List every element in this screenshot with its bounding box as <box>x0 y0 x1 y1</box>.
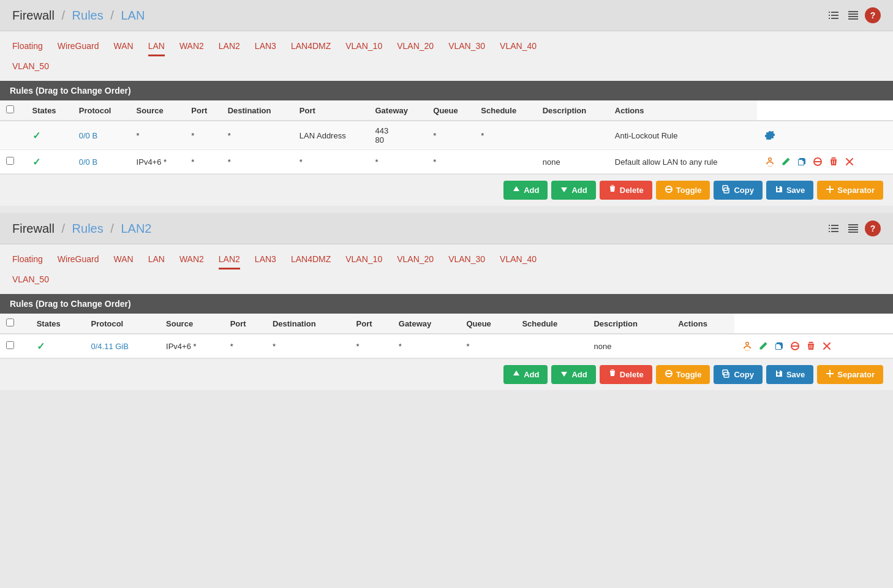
select-all-checkbox[interactable] <box>6 318 14 326</box>
anchor-action-icon[interactable] <box>763 155 777 168</box>
toggle-btn-label: Toggle <box>676 186 702 195</box>
breadcrumb-text: Firewall <box>12 222 55 235</box>
copy-action-icon[interactable] <box>772 339 786 353</box>
tab-vlan_50[interactable]: VLAN_50 <box>12 61 49 77</box>
list-view-icon[interactable] <box>826 7 842 23</box>
select-all-checkbox[interactable] <box>6 105 14 113</box>
rules-table-container: Rules (Drag to Change Order)StatesProtoc… <box>0 294 893 390</box>
tab-wireguard[interactable]: WireGuard <box>58 41 99 56</box>
tab-vlan-40[interactable]: VLAN_40 <box>500 41 537 56</box>
col-header-7: Gateway <box>369 100 428 121</box>
row-enabled-cell: ✓ <box>31 334 85 358</box>
col-header-1: States <box>26 100 73 121</box>
btn-add-down[interactable]: Add <box>551 181 595 200</box>
tab-vlan-20[interactable]: VLAN_20 <box>397 41 434 56</box>
row-checkbox-cell <box>0 334 31 358</box>
tab-vlan-30[interactable]: VLAN_30 <box>448 254 485 270</box>
pencil-action-icon[interactable] <box>756 339 770 353</box>
tab-wireguard[interactable]: WireGuard <box>58 254 99 270</box>
table-view-icon[interactable] <box>845 221 861 236</box>
tab-vlan_50[interactable]: VLAN_50 <box>12 274 49 290</box>
copy-btn-icon <box>722 369 731 380</box>
btn-save[interactable]: Save <box>766 181 813 200</box>
row-queue-cell <box>475 150 536 174</box>
tab-lan2[interactable]: LAN2 <box>219 41 240 56</box>
tab-lan4dmz[interactable]: LAN4DMZ <box>291 41 331 56</box>
tab-lan3[interactable]: LAN3 <box>255 41 276 56</box>
states-link[interactable]: 0/0 B <box>79 157 97 167</box>
block-action-icon[interactable] <box>788 339 802 353</box>
tab-wan[interactable]: WAN <box>114 254 134 270</box>
col-header-9: Schedule <box>475 100 536 121</box>
btn-toggle[interactable]: Toggle <box>656 365 710 384</box>
enabled-check: ✓ <box>32 157 40 167</box>
btn-copy[interactable]: Copy <box>714 181 763 200</box>
tab-vlan-10[interactable]: VLAN_10 <box>345 41 382 56</box>
help-icon[interactable]: ? <box>865 221 881 236</box>
toggle-btn-icon <box>665 369 673 380</box>
tab-lan[interactable]: LAN <box>148 254 165 270</box>
btn-separator[interactable]: Separator <box>817 365 883 384</box>
tab-vlan-20[interactable]: VLAN_20 <box>397 254 434 270</box>
pencil-action-icon[interactable] <box>779 155 793 168</box>
breadcrumb-link[interactable]: Rules <box>72 222 104 235</box>
separator-btn-label: Separator <box>837 186 875 195</box>
states-link[interactable]: 0/0 B <box>79 131 97 140</box>
times-action-icon[interactable] <box>820 339 834 353</box>
separator-btn-icon <box>826 369 834 380</box>
trash-action-icon[interactable] <box>827 155 840 168</box>
row-actions-cell <box>757 121 893 150</box>
save-btn-label: Save <box>786 186 805 195</box>
table-view-icon[interactable] <box>845 7 861 23</box>
breadcrumb-current: LAN2 <box>121 222 151 235</box>
btn-delete[interactable]: Delete <box>600 181 652 200</box>
tab-lan[interactable]: LAN <box>148 41 165 56</box>
help-icon[interactable]: ? <box>865 7 881 23</box>
svg-marker-2 <box>513 186 519 191</box>
tab-wan[interactable]: WAN <box>114 41 134 56</box>
tab-vlan-40[interactable]: VLAN_40 <box>500 254 537 270</box>
tab-lan3[interactable]: LAN3 <box>255 254 276 270</box>
add-down-btn-icon <box>560 369 568 380</box>
times-action-icon[interactable] <box>843 155 856 168</box>
breadcrumb-sep: / <box>110 222 114 235</box>
save-btn-icon <box>775 185 783 195</box>
row-states-cell: 0/0 B <box>73 150 130 174</box>
tab-lan2[interactable]: LAN2 <box>219 254 240 270</box>
tab-floating[interactable]: Floating <box>12 41 43 56</box>
states-link[interactable]: 0/4.11 GiB <box>91 342 129 351</box>
list-view-icon[interactable] <box>826 221 842 236</box>
row-checkbox[interactable] <box>6 157 14 165</box>
block-action-icon[interactable] <box>811 155 824 168</box>
btn-toggle[interactable]: Toggle <box>656 181 710 200</box>
row-checkbox[interactable] <box>6 341 14 349</box>
rules-table-container: Rules (Drag to Change Order)StatesProtoc… <box>0 81 893 206</box>
separator-btn-label: Separator <box>837 370 875 379</box>
breadcrumb-link[interactable]: Rules <box>72 9 104 22</box>
btn-add-up[interactable]: Add <box>503 181 548 200</box>
btn-delete[interactable]: Delete <box>600 365 652 384</box>
tab-vlan-30[interactable]: VLAN_30 <box>448 41 485 56</box>
row-description-cell: Default allow LAN to any rule <box>609 150 757 174</box>
breadcrumb-text: Firewall <box>12 9 55 22</box>
breadcrumb: Firewall / Rules / LAN2 <box>12 222 151 236</box>
svg-marker-3 <box>561 187 567 192</box>
gear-action-icon[interactable] <box>763 129 777 142</box>
btn-copy[interactable]: Copy <box>714 365 763 384</box>
trash-action-icon[interactable] <box>804 339 818 353</box>
buttons-row: AddAddDeleteToggleCopySaveSeparator <box>0 174 893 206</box>
tab-wan2[interactable]: WAN2 <box>179 41 204 56</box>
firewall-section-lan2: Firewall / Rules / LAN2 ? FloatingWireGu… <box>0 213 893 390</box>
action-icons <box>763 129 887 142</box>
btn-save[interactable]: Save <box>766 365 813 384</box>
btn-add-up[interactable]: Add <box>503 365 548 384</box>
anchor-action-icon[interactable] <box>740 339 754 353</box>
tab-floating[interactable]: Floating <box>12 254 43 270</box>
tab-vlan-10[interactable]: VLAN_10 <box>345 254 382 270</box>
btn-separator[interactable]: Separator <box>817 181 883 200</box>
tab-wan2[interactable]: WAN2 <box>179 254 204 270</box>
btn-add-down[interactable]: Add <box>551 365 595 384</box>
copy-action-icon[interactable] <box>795 155 808 168</box>
col-header-11: Actions <box>609 100 757 121</box>
tab-lan4dmz[interactable]: LAN4DMZ <box>291 254 331 270</box>
